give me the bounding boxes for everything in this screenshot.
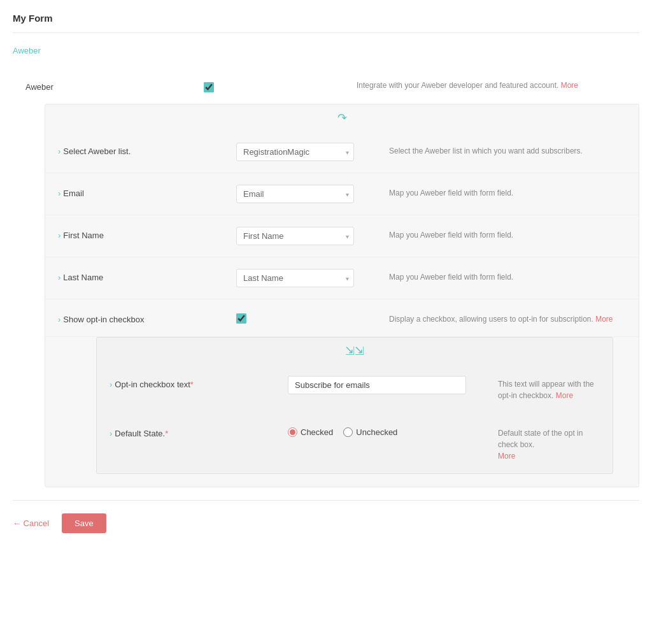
default-state-label: ›Default State.* bbox=[110, 425, 288, 438]
cancel-link[interactable]: ← Cancel bbox=[13, 519, 49, 528]
default-state-row: ›Default State.* Checked Unchecked bbox=[97, 413, 613, 473]
email-row: ›Email Email ▾ Map you Aweber field with… bbox=[45, 173, 639, 215]
save-button[interactable]: Save bbox=[62, 513, 106, 533]
footer-actions: ← Cancel Save bbox=[13, 500, 639, 533]
email-dropdown[interactable]: Email bbox=[236, 185, 354, 203]
default-state-description: Default state of the opt in check box. M… bbox=[498, 425, 600, 462]
show-optin-description: Display a checkbox, allowing users to op… bbox=[389, 311, 626, 325]
checked-radio-text: Checked bbox=[301, 427, 333, 437]
optin-text-input[interactable] bbox=[288, 376, 466, 394]
default-state-radio-group: Checked Unchecked bbox=[288, 425, 472, 437]
unchecked-radio-label[interactable]: Unchecked bbox=[343, 427, 397, 437]
first-name-row: ›First Name First Name ▾ Map you Aweber … bbox=[45, 215, 639, 257]
aweber-toggle-control bbox=[204, 80, 331, 92]
single-arrow-icon: ↷ bbox=[45, 104, 639, 131]
breadcrumb: Aweber bbox=[13, 46, 639, 55]
show-optin-more-link[interactable]: More bbox=[595, 315, 613, 324]
optin-text-more-link[interactable]: More bbox=[556, 391, 573, 400]
first-name-control: First Name ▾ bbox=[236, 227, 364, 245]
optin-inner-wrapper: ⇲⇲ ›Opt-in checkbox text* This text will… bbox=[45, 337, 639, 487]
optin-inner-section: ⇲⇲ ›Opt-in checkbox text* This text will… bbox=[96, 337, 613, 474]
email-label: ›Email bbox=[58, 185, 236, 198]
aweber-toggle-row: Aweber Integrate with your Aweber develo… bbox=[13, 68, 639, 104]
select-list-row: ›Select Aweber list. RegistrationMagic ▾… bbox=[45, 131, 639, 173]
checked-radio-label[interactable]: Checked bbox=[288, 427, 333, 437]
email-description: Map you Aweber field with form field. bbox=[389, 185, 626, 199]
default-state-more-link[interactable]: More bbox=[498, 452, 515, 461]
optin-text-row: ›Opt-in checkbox text* This text will ap… bbox=[97, 364, 613, 413]
default-state-control: Checked Unchecked bbox=[288, 425, 472, 437]
select-list-control: RegistrationMagic ▾ bbox=[236, 143, 364, 161]
first-name-description: Map you Aweber field with form field. bbox=[389, 227, 626, 241]
optin-text-label: ›Opt-in checkbox text* bbox=[110, 376, 288, 389]
unchecked-radio[interactable] bbox=[343, 427, 353, 437]
show-optin-label: ›Show opt-in checkbox bbox=[58, 311, 236, 324]
select-list-description: Select the Aweber list in which you want… bbox=[389, 143, 626, 157]
optin-text-description: This text will appear with the opt-in ch… bbox=[498, 376, 600, 401]
page-title: My Form bbox=[13, 13, 639, 33]
aweber-nested-section: ↷ ›Select Aweber list. RegistrationMagic… bbox=[45, 104, 639, 487]
last-name-row: ›Last Name Last Name ▾ Map you Aweber fi… bbox=[45, 257, 639, 299]
last-name-control: Last Name ▾ bbox=[236, 269, 364, 287]
unchecked-radio-text: Unchecked bbox=[356, 427, 397, 437]
optin-text-control bbox=[288, 376, 472, 394]
first-name-label: ›First Name bbox=[58, 227, 236, 240]
show-optin-checkbox[interactable] bbox=[236, 313, 246, 324]
show-optin-control bbox=[236, 311, 364, 324]
aweber-checkbox[interactable] bbox=[204, 82, 214, 92]
select-list-dropdown[interactable]: RegistrationMagic bbox=[236, 143, 354, 161]
last-name-label: ›Last Name bbox=[58, 269, 236, 282]
aweber-toggle-label: Aweber bbox=[25, 80, 204, 92]
checked-radio[interactable] bbox=[288, 427, 297, 437]
breadcrumb-label: Aweber bbox=[13, 46, 41, 55]
show-optin-row: ›Show opt-in checkbox Display a checkbox… bbox=[45, 299, 639, 337]
last-name-dropdown[interactable]: Last Name bbox=[236, 269, 354, 287]
last-name-description: Map you Aweber field with form field. bbox=[389, 269, 626, 283]
aweber-more-link[interactable]: More bbox=[561, 81, 578, 90]
select-list-label: ›Select Aweber list. bbox=[58, 143, 236, 156]
double-arrow-icon: ⇲⇲ bbox=[97, 338, 613, 364]
first-name-dropdown[interactable]: First Name bbox=[236, 227, 354, 245]
email-control: Email ▾ bbox=[236, 185, 364, 203]
aweber-description: Integrate with your Aweber developer and… bbox=[357, 80, 627, 91]
